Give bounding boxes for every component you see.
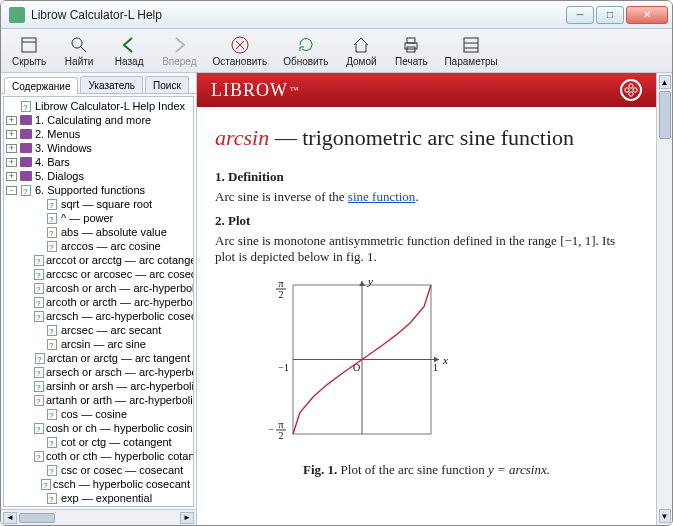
window-title: Librow Calculator-L Help xyxy=(31,8,566,22)
stop-button[interactable]: Остановить xyxy=(206,32,275,70)
brand-tm: ™ xyxy=(290,85,300,95)
tree-item[interactable]: cot or ctg — cotangent xyxy=(6,435,191,449)
tree-item[interactable]: sqrt — square root xyxy=(6,197,191,211)
toolbar: Скрыть Найти Назад Вперед Остановить Обн… xyxy=(1,29,672,73)
brand-logo-icon xyxy=(620,79,642,101)
tab-contents[interactable]: Содержание xyxy=(4,77,78,94)
figure-caption: Fig. 1. Plot of the arc sine function y … xyxy=(215,462,638,478)
svg-point-13 xyxy=(629,84,633,88)
tree-item[interactable]: ln — natural logarithmic xyxy=(6,505,191,507)
tab-search[interactable]: Поиск xyxy=(145,76,189,93)
close-button[interactable]: ✕ xyxy=(626,6,668,24)
svg-text:1: 1 xyxy=(433,362,438,373)
contents-tree[interactable]: Librow Calculator-L Help Index+1. Calcul… xyxy=(3,96,194,507)
tree-item[interactable]: +1. Calculating and more xyxy=(6,113,191,127)
scroll-up-icon[interactable]: ▲ xyxy=(659,75,671,89)
svg-rect-0 xyxy=(22,38,36,52)
tree-item[interactable]: +4. Bars xyxy=(6,155,191,169)
back-button[interactable]: Назад xyxy=(105,32,153,70)
forward-button[interactable]: Вперед xyxy=(155,32,203,70)
tree-item[interactable]: cos — cosine xyxy=(6,407,191,421)
tree-item[interactable]: artanh or arth — arc-hyperbolic tangent xyxy=(6,393,191,407)
app-icon xyxy=(9,7,25,23)
svg-text:π: π xyxy=(278,419,283,430)
tree-item[interactable]: arccot or arcctg — arc cotangent xyxy=(6,253,191,267)
svg-line-3 xyxy=(81,47,86,52)
article: arcsin — trigonometric arc sine function… xyxy=(197,107,656,492)
tree-item[interactable]: arcsec — arc secant xyxy=(6,323,191,337)
heading-definition: 1. Definition xyxy=(215,169,638,185)
svg-text:2: 2 xyxy=(279,430,284,441)
scroll-down-icon[interactable]: ▼ xyxy=(659,509,671,523)
svg-text:−1: −1 xyxy=(278,362,289,373)
tree-item[interactable]: arccsc or arcosec — arc cosecant xyxy=(6,267,191,281)
definition-text: Arc sine is inverse of the sine function… xyxy=(215,189,638,205)
nav-tabs: Содержание Указатель Поиск xyxy=(1,73,196,94)
find-button[interactable]: Найти xyxy=(55,32,103,70)
home-button[interactable]: Домой xyxy=(337,32,385,70)
tree-item[interactable]: abs — absolute value xyxy=(6,225,191,239)
tree-item[interactable]: cosh or ch — hyperbolic cosine xyxy=(6,421,191,435)
tree-item[interactable]: arccos — arc cosine xyxy=(6,239,191,253)
titlebar[interactable]: Librow Calculator-L Help ─ □ ✕ xyxy=(1,1,672,29)
refresh-button[interactable]: Обновить xyxy=(276,32,335,70)
plot-text: Arc sine is monotone antisymmetric funct… xyxy=(215,233,638,265)
sine-function-link[interactable]: sine function xyxy=(348,189,416,204)
content-pane: LIBROW™ arcsin — trigonometric arc sine … xyxy=(197,73,672,525)
article-title: arcsin — trigonometric arc sine function xyxy=(215,125,638,151)
tree-item[interactable]: arsinh or arsh — arc-hyperbolic sine xyxy=(6,379,191,393)
help-window: Librow Calculator-L Help ─ □ ✕ Скрыть На… xyxy=(0,0,673,526)
svg-text:−: − xyxy=(268,424,274,435)
tree-item[interactable]: csch — hyperbolic cosecant xyxy=(6,477,191,491)
options-button[interactable]: Параметры xyxy=(437,32,504,70)
scroll-thumb[interactable] xyxy=(19,513,55,523)
svg-text:x: x xyxy=(442,354,448,366)
tree-item[interactable]: ^ — power xyxy=(6,211,191,225)
brand-banner: LIBROW™ xyxy=(197,73,656,107)
plot-figure: −11Oπ2π2−xy xyxy=(259,277,638,454)
tab-index[interactable]: Указатель xyxy=(80,76,143,93)
brand-name: LIBROW xyxy=(211,80,288,101)
svg-point-2 xyxy=(72,38,82,48)
function-name: arcsin xyxy=(215,125,269,150)
minimize-button[interactable]: ─ xyxy=(566,6,594,24)
scroll-left-icon[interactable]: ◄ xyxy=(3,512,17,524)
scroll-right-icon[interactable]: ► xyxy=(180,512,194,524)
svg-text:π: π xyxy=(278,278,283,289)
tree-item[interactable]: arctan or arctg — arc tangent xyxy=(6,351,191,365)
tree-item[interactable]: Librow Calculator-L Help Index xyxy=(6,99,191,113)
tree-item[interactable]: exp — exponential xyxy=(6,491,191,505)
tree-item[interactable]: +2. Menus xyxy=(6,127,191,141)
heading-plot: 2. Plot xyxy=(215,213,638,229)
scroll-thumb[interactable] xyxy=(659,91,671,139)
tree-item[interactable]: csc or cosec — cosecant xyxy=(6,463,191,477)
tree-item[interactable]: arcoth or arcth — arc-hyperbolic cotange… xyxy=(6,295,191,309)
svg-text:y: y xyxy=(367,277,373,287)
maximize-button[interactable]: □ xyxy=(596,6,624,24)
svg-rect-8 xyxy=(407,38,415,43)
tree-item[interactable]: coth or cth — hyperbolic cotangent xyxy=(6,449,191,463)
tree-item[interactable]: +5. Dialogs xyxy=(6,169,191,183)
tree-item[interactable]: arsech or arsch — arc-hyperbolic secant xyxy=(6,365,191,379)
hide-button[interactable]: Скрыть xyxy=(5,32,53,70)
svg-rect-10 xyxy=(464,38,478,52)
svg-point-16 xyxy=(625,88,629,92)
navigation-pane: Содержание Указатель Поиск Librow Calcul… xyxy=(1,73,197,525)
tree-item[interactable]: arcosh or arch — arc-hyperbolic cosine xyxy=(6,281,191,295)
print-button[interactable]: Печать xyxy=(387,32,435,70)
tree-item[interactable]: -6. Supported functions xyxy=(6,183,191,197)
svg-text:2: 2 xyxy=(279,289,284,300)
content-vscrollbar[interactable]: ▲ ▼ xyxy=(656,73,672,525)
tree-hscrollbar[interactable]: ◄ ► xyxy=(1,509,196,525)
tree-item[interactable]: +3. Windows xyxy=(6,141,191,155)
svg-point-15 xyxy=(629,92,633,96)
tree-item[interactable]: arcsin — arc sine xyxy=(6,337,191,351)
svg-point-14 xyxy=(633,88,637,92)
tree-item[interactable]: arcsch — arc-hyperbolic cosecant xyxy=(6,309,191,323)
